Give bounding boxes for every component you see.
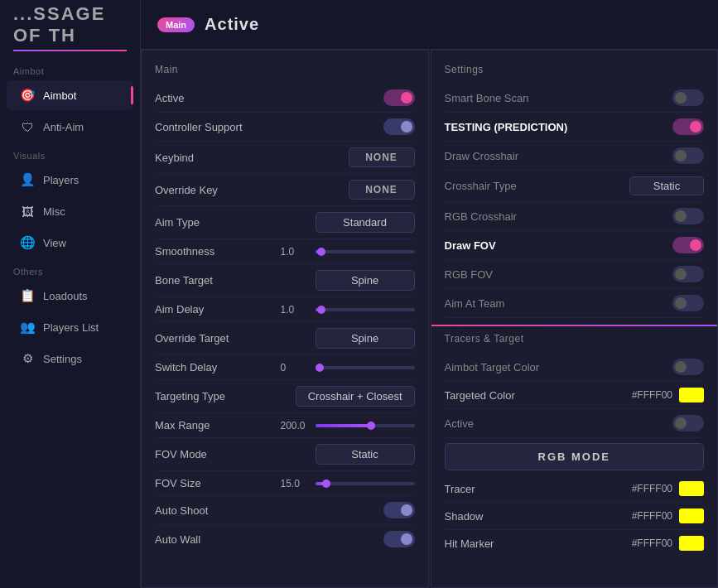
color-swatch-shadow[interactable] [679, 508, 704, 523]
row-aimbot-target-color: Aimbot Target Color [445, 353, 705, 382]
toggle-active-tracer[interactable] [672, 415, 704, 431]
toggle-rgb-crosshair[interactable] [672, 208, 704, 224]
sidebar-item-view[interactable]: 🌐 View [7, 228, 133, 258]
label-override-key: Override Key [155, 184, 218, 196]
row-bone-target: Bone Target Spine [155, 264, 415, 297]
color-row-hit-marker: #FFFF00 [632, 536, 704, 551]
dropdown-fov-mode[interactable]: Static [316, 444, 415, 465]
label-targeted-color: Targeted Color [445, 389, 515, 402]
sidebar-item-settings[interactable]: ⚙ Settings [7, 344, 133, 374]
row-fov-mode: FOV Mode Static [155, 438, 415, 471]
row-targeting-type: Targeting Type Crosshair + Closest [155, 380, 415, 413]
color-row-tracer: #FFFF00 [632, 481, 704, 496]
dropdown-override-target[interactable]: Spine [316, 328, 415, 349]
color-swatch-tracer[interactable] [679, 481, 704, 496]
row-draw-crosshair: Draw Crosshair [445, 142, 705, 171]
dropdown-aim-type[interactable]: Standard [316, 212, 415, 233]
label-fov-mode: FOV Mode [155, 448, 207, 460]
label-fov-size: FOV Size [155, 477, 201, 489]
row-keybind: Keybind NONE [155, 142, 415, 174]
label-tracer: Tracer [445, 483, 475, 495]
slider-thumb [316, 364, 324, 372]
slider-switch-delay-track[interactable] [316, 366, 415, 369]
row-rgb-crosshair: RGB Crosshair [445, 202, 705, 231]
label-shadow: Shadow [445, 510, 484, 523]
sidebar-item-anti-aim[interactable]: 🛡 Anti-Aim [7, 112, 133, 142]
rgb-mode-button[interactable]: RGB MODE [445, 443, 705, 470]
toggle-draw-fov[interactable] [672, 237, 704, 253]
slider-max-range-val: 200.0 [281, 420, 307, 431]
anti-aim-icon: 🛡 [20, 119, 35, 134]
color-swatch-hit-marker[interactable] [679, 536, 704, 551]
toggle-smart-bone-scan[interactable] [672, 89, 704, 106]
label-smoothness: Smoothness [155, 245, 214, 258]
right-panel-settings-title: Settings [445, 64, 705, 75]
sidebar-item-label: Settings [43, 353, 82, 365]
sidebar-item-label: Players [43, 174, 79, 186]
slider-switch-delay-row: 0 [281, 362, 415, 374]
label-auto-wall: Auto Wall [155, 533, 200, 546]
sidebar-item-misc[interactable]: 🖼 Misc [7, 196, 133, 226]
players-icon: 👤 [20, 172, 35, 187]
label-auto-shoot: Auto Shoot [155, 504, 208, 517]
misc-icon: 🖼 [20, 204, 35, 219]
label-hit-marker: Hit Marker [445, 537, 494, 550]
toggle-aim-at-team[interactable] [672, 295, 704, 311]
section-label-aimbot: Aimbot [0, 58, 140, 80]
toggle-active[interactable] [383, 89, 415, 106]
slider-fov-size-row: 15.0 [281, 478, 415, 489]
view-icon: 🌐 [20, 235, 35, 250]
slider-aim-delay-row: 1.0 [281, 304, 415, 316]
keybind-button[interactable]: NONE [349, 147, 415, 167]
section-label-others: Others [0, 258, 140, 280]
label-draw-crosshair: Draw Crosshair [445, 150, 519, 162]
row-tracer: Tracer #FFFF00 [445, 475, 705, 503]
row-max-range: Max Range 200.0 [155, 413, 415, 438]
dropdown-targeting-type[interactable]: Crosshair + Closest [296, 386, 415, 407]
panels: Main Active Controller Support Keybind N… [141, 50, 718, 588]
right-panel-tracers-title: Tracers & Target [445, 333, 705, 345]
row-targeted-color: Targeted Color #FFFF00 [445, 382, 705, 409]
toggle-aimbot-target-color[interactable] [672, 359, 704, 375]
sidebar-item-loadouts[interactable]: 📋 Loadouts [7, 281, 133, 311]
color-hex-hit-marker: #FFFF00 [632, 537, 672, 549]
toggle-auto-wall[interactable] [383, 531, 415, 547]
override-key-button[interactable]: NONE [349, 180, 415, 200]
slider-fov-size-track[interactable] [316, 482, 415, 485]
slider-max-range-track[interactable] [316, 424, 415, 427]
sidebar-item-aimbot[interactable]: 🎯 Aimbot [7, 80, 133, 110]
aimbot-icon: 🎯 [20, 88, 35, 103]
row-switch-delay: Switch Delay 0 [155, 355, 415, 380]
dropdown-crosshair-type[interactable]: Static [629, 176, 704, 195]
label-smart-bone-scan: Smart Bone Scan [445, 92, 529, 104]
row-auto-wall: Auto Wall [155, 525, 415, 553]
row-active-tracer: Active [445, 409, 705, 438]
sidebar-item-players[interactable]: 👤 Players [7, 165, 133, 195]
label-override-target: Override Target [155, 332, 229, 345]
row-aim-type: Aim Type Standard [155, 206, 415, 239]
sidebar-item-label: Players List [43, 321, 99, 334]
row-aim-delay: Aim Delay 1.0 [155, 297, 415, 322]
label-aim-delay: Aim Delay [155, 303, 204, 316]
toggle-testing-prediction[interactable] [672, 118, 704, 135]
slider-aim-delay-track[interactable] [316, 308, 415, 311]
toggle-auto-shoot[interactable] [383, 502, 415, 518]
dropdown-bone-target[interactable]: Spine [316, 270, 415, 291]
toggle-rgb-fov[interactable] [672, 266, 704, 282]
logo-area: ...SSAGE OF TH [0, 0, 141, 50]
toggle-controller-support[interactable] [383, 118, 415, 135]
color-swatch-targeted[interactable] [679, 388, 704, 402]
header-badge: Main [157, 17, 195, 32]
color-hex-shadow: #FFFF00 [632, 510, 672, 522]
sidebar-item-label: Misc [43, 205, 65, 218]
left-panel: Main Active Controller Support Keybind N… [141, 50, 429, 588]
sidebar-item-label: Loadouts [43, 290, 88, 302]
label-crosshair-type: Crosshair Type [445, 180, 517, 192]
logo-text: ...SSAGE OF TH [13, 3, 141, 46]
slider-smoothness-track[interactable] [316, 250, 415, 253]
left-panel-title: Main [155, 64, 415, 75]
sidebar-item-players-list[interactable]: 👥 Players List [7, 312, 133, 342]
toggle-draw-crosshair[interactable] [672, 147, 704, 164]
row-smoothness: Smoothness 1.0 [155, 239, 415, 264]
right-panel: Settings Smart Bone Scan TESTING (PREDIC… [431, 50, 719, 588]
